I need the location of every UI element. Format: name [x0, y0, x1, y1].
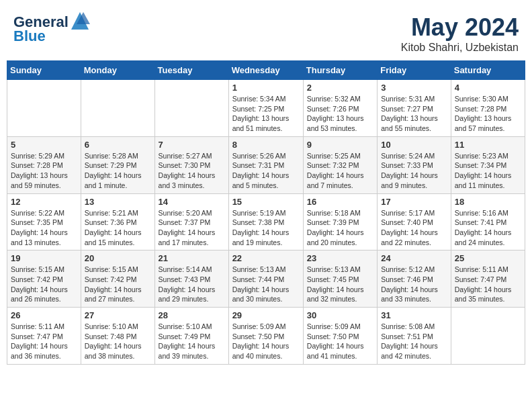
day-info: Sunrise: 5:10 AM Sunset: 7:49 PM Dayligh…	[159, 322, 225, 361]
day-info: Sunrise: 5:24 AM Sunset: 7:33 PM Dayligh…	[381, 151, 447, 191]
day-number: 6	[85, 140, 151, 150]
calendar-week-row: 19Sunrise: 5:15 AM Sunset: 7:42 PM Dayli…	[7, 250, 525, 308]
table-row	[154, 80, 228, 137]
table-row	[7, 80, 81, 137]
table-row: 19Sunrise: 5:15 AM Sunset: 7:42 PM Dayli…	[7, 250, 81, 308]
day-number: 5	[11, 140, 77, 150]
header-thursday: Thursday	[303, 61, 377, 80]
day-number: 13	[85, 197, 151, 207]
day-info: Sunrise: 5:32 AM Sunset: 7:26 PM Dayligh…	[307, 94, 373, 134]
table-row: 4Sunrise: 5:30 AM Sunset: 7:28 PM Daylig…	[451, 80, 525, 137]
page-header: General Blue May 2024 Kitob Shahri, Uzbe…	[7, 7, 525, 57]
day-info: Sunrise: 5:31 AM Sunset: 7:27 PM Dayligh…	[381, 94, 447, 134]
day-number: 9	[307, 140, 373, 150]
table-row: 16Sunrise: 5:18 AM Sunset: 7:39 PM Dayli…	[303, 193, 377, 250]
table-row: 31Sunrise: 5:08 AM Sunset: 7:51 PM Dayli…	[378, 308, 451, 365]
day-number: 7	[159, 140, 225, 150]
day-number: 10	[381, 140, 447, 150]
table-row: 25Sunrise: 5:11 AM Sunset: 7:47 PM Dayli…	[451, 250, 525, 308]
table-row: 5Sunrise: 5:29 AM Sunset: 7:28 PM Daylig…	[7, 136, 81, 193]
logo: General Blue	[13, 13, 90, 44]
day-info: Sunrise: 5:30 AM Sunset: 7:28 PM Dayligh…	[455, 94, 521, 134]
table-row: 23Sunrise: 5:13 AM Sunset: 7:45 PM Dayli…	[303, 250, 377, 308]
calendar-header-row: Sunday Monday Tuesday Wednesday Thursday…	[7, 61, 525, 80]
header-wednesday: Wednesday	[228, 61, 303, 80]
day-info: Sunrise: 5:20 AM Sunset: 7:37 PM Dayligh…	[159, 208, 225, 248]
table-row: 29Sunrise: 5:09 AM Sunset: 7:50 PM Dayli…	[228, 308, 303, 365]
header-sunday: Sunday	[7, 61, 81, 80]
table-row: 30Sunrise: 5:09 AM Sunset: 7:50 PM Dayli…	[303, 308, 377, 365]
table-row: 13Sunrise: 5:21 AM Sunset: 7:36 PM Dayli…	[81, 193, 154, 250]
month-title: May 2024	[401, 13, 519, 42]
calendar-week-row: 26Sunrise: 5:11 AM Sunset: 7:47 PM Dayli…	[7, 308, 525, 365]
day-info: Sunrise: 5:11 AM Sunset: 7:47 PM Dayligh…	[455, 265, 521, 304]
day-number: 31	[381, 310, 447, 320]
day-number: 3	[381, 83, 447, 93]
day-number: 26	[11, 310, 77, 320]
day-number: 12	[11, 197, 77, 207]
day-info: Sunrise: 5:09 AM Sunset: 7:50 PM Dayligh…	[307, 322, 373, 361]
location: Kitob Shahri, Uzbekistan	[401, 42, 519, 54]
day-info: Sunrise: 5:13 AM Sunset: 7:44 PM Dayligh…	[232, 265, 300, 304]
table-row: 15Sunrise: 5:19 AM Sunset: 7:38 PM Dayli…	[228, 193, 303, 250]
day-info: Sunrise: 5:27 AM Sunset: 7:30 PM Dayligh…	[159, 151, 225, 191]
day-info: Sunrise: 5:29 AM Sunset: 7:28 PM Dayligh…	[11, 151, 77, 191]
day-number: 25	[455, 253, 521, 263]
day-info: Sunrise: 5:12 AM Sunset: 7:46 PM Dayligh…	[381, 265, 447, 304]
day-info: Sunrise: 5:09 AM Sunset: 7:50 PM Dayligh…	[232, 322, 300, 361]
day-info: Sunrise: 5:10 AM Sunset: 7:48 PM Dayligh…	[85, 322, 151, 361]
day-info: Sunrise: 5:28 AM Sunset: 7:29 PM Dayligh…	[85, 151, 151, 191]
day-number: 15	[232, 197, 300, 207]
table-row: 26Sunrise: 5:11 AM Sunset: 7:47 PM Dayli…	[7, 308, 81, 365]
calendar-week-row: 12Sunrise: 5:22 AM Sunset: 7:35 PM Dayli…	[7, 193, 525, 250]
logo-icon	[70, 11, 90, 31]
day-number: 11	[455, 140, 521, 150]
day-info: Sunrise: 5:25 AM Sunset: 7:32 PM Dayligh…	[307, 151, 373, 191]
day-info: Sunrise: 5:11 AM Sunset: 7:47 PM Dayligh…	[11, 322, 77, 361]
table-row	[81, 80, 154, 137]
table-row: 24Sunrise: 5:12 AM Sunset: 7:46 PM Dayli…	[378, 250, 451, 308]
day-number: 30	[307, 310, 373, 320]
day-number: 22	[232, 253, 300, 263]
day-info: Sunrise: 5:18 AM Sunset: 7:39 PM Dayligh…	[307, 208, 373, 248]
title-area: May 2024 Kitob Shahri, Uzbekistan	[401, 13, 519, 54]
day-info: Sunrise: 5:14 AM Sunset: 7:43 PM Dayligh…	[159, 265, 225, 304]
day-number: 24	[381, 253, 447, 263]
table-row: 21Sunrise: 5:14 AM Sunset: 7:43 PM Dayli…	[154, 250, 228, 308]
day-number: 2	[307, 83, 373, 93]
day-number: 21	[159, 253, 225, 263]
logo-blue-text: Blue	[13, 28, 46, 44]
table-row: 27Sunrise: 5:10 AM Sunset: 7:48 PM Dayli…	[81, 308, 154, 365]
day-info: Sunrise: 5:19 AM Sunset: 7:38 PM Dayligh…	[232, 208, 300, 248]
table-row	[451, 308, 525, 365]
table-row: 17Sunrise: 5:17 AM Sunset: 7:40 PM Dayli…	[378, 193, 451, 250]
table-row: 14Sunrise: 5:20 AM Sunset: 7:37 PM Dayli…	[154, 193, 228, 250]
day-number: 29	[232, 310, 300, 320]
day-number: 16	[307, 197, 373, 207]
header-saturday: Saturday	[451, 61, 525, 80]
day-info: Sunrise: 5:17 AM Sunset: 7:40 PM Dayligh…	[381, 208, 447, 248]
day-info: Sunrise: 5:23 AM Sunset: 7:34 PM Dayligh…	[455, 151, 521, 191]
day-info: Sunrise: 5:22 AM Sunset: 7:35 PM Dayligh…	[11, 208, 77, 248]
table-row: 3Sunrise: 5:31 AM Sunset: 7:27 PM Daylig…	[378, 80, 451, 137]
table-row: 22Sunrise: 5:13 AM Sunset: 7:44 PM Dayli…	[228, 250, 303, 308]
table-row: 7Sunrise: 5:27 AM Sunset: 7:30 PM Daylig…	[154, 136, 228, 193]
day-info: Sunrise: 5:16 AM Sunset: 7:41 PM Dayligh…	[455, 208, 521, 248]
table-row: 12Sunrise: 5:22 AM Sunset: 7:35 PM Dayli…	[7, 193, 81, 250]
day-info: Sunrise: 5:15 AM Sunset: 7:42 PM Dayligh…	[11, 265, 77, 304]
day-info: Sunrise: 5:13 AM Sunset: 7:45 PM Dayligh…	[307, 265, 373, 304]
table-row: 10Sunrise: 5:24 AM Sunset: 7:33 PM Dayli…	[378, 136, 451, 193]
calendar-week-row: 1Sunrise: 5:34 AM Sunset: 7:25 PM Daylig…	[7, 80, 525, 137]
table-row: 28Sunrise: 5:10 AM Sunset: 7:49 PM Dayli…	[154, 308, 228, 365]
table-row: 8Sunrise: 5:26 AM Sunset: 7:31 PM Daylig…	[228, 136, 303, 193]
day-number: 4	[455, 83, 521, 93]
day-number: 14	[159, 197, 225, 207]
day-number: 19	[11, 253, 77, 263]
day-number: 18	[455, 197, 521, 207]
header-friday: Friday	[378, 61, 451, 80]
header-tuesday: Tuesday	[154, 61, 228, 80]
day-number: 27	[85, 310, 151, 320]
day-info: Sunrise: 5:08 AM Sunset: 7:51 PM Dayligh…	[381, 322, 447, 361]
day-number: 28	[159, 310, 225, 320]
table-row: 18Sunrise: 5:16 AM Sunset: 7:41 PM Dayli…	[451, 193, 525, 250]
